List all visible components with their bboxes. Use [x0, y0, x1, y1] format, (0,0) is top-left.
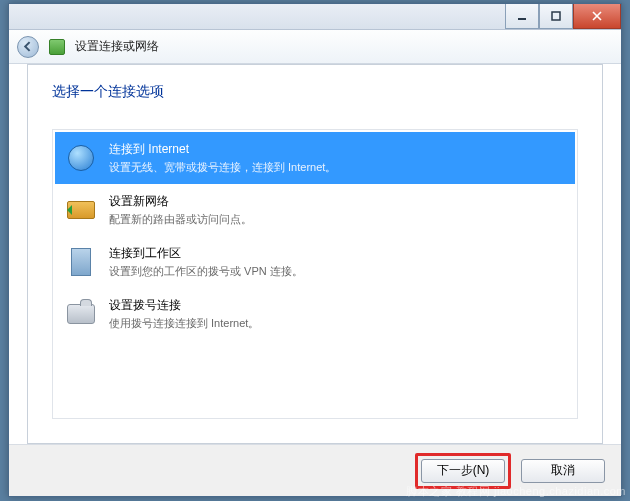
- option-connect-internet[interactable]: 连接到 Internet 设置无线、宽带或拨号连接，连接到 Internet。: [55, 132, 575, 184]
- footer-bar: 下一步(N) 取消: [9, 444, 621, 496]
- cancel-button[interactable]: 取消: [521, 459, 605, 483]
- option-desc: 使用拨号连接连接到 Internet。: [109, 316, 259, 331]
- next-button[interactable]: 下一步(N): [421, 459, 505, 483]
- maximize-icon: [551, 11, 561, 21]
- option-title: 连接到 Internet: [109, 141, 336, 158]
- option-title: 连接到工作区: [109, 245, 303, 262]
- globe-icon: [65, 142, 97, 174]
- next-button-highlight: 下一步(N): [415, 453, 511, 489]
- phone-icon: [65, 298, 97, 330]
- window-title: 设置连接或网络: [75, 38, 159, 55]
- close-icon: [592, 11, 602, 21]
- option-desc: 配置新的路由器或访问问点。: [109, 212, 252, 227]
- minimize-button[interactable]: [505, 4, 539, 29]
- option-desc: 设置无线、宽带或拨号连接，连接到 Internet。: [109, 160, 336, 175]
- wizard-window: 设置连接或网络 选择一个连接选项 连接到 Internet 设置无线、宽带或拨号…: [8, 3, 622, 497]
- header-bar: 设置连接或网络: [9, 30, 621, 64]
- minimize-icon: [517, 11, 527, 21]
- option-desc: 设置到您的工作区的拨号或 VPN 连接。: [109, 264, 303, 279]
- option-title: 设置拨号连接: [109, 297, 259, 314]
- close-button[interactable]: [573, 4, 621, 29]
- content-panel: 选择一个连接选项 连接到 Internet 设置无线、宽带或拨号连接，连接到 I…: [27, 64, 603, 444]
- back-button[interactable]: [17, 36, 39, 58]
- option-dialup[interactable]: 设置拨号连接 使用拨号连接连接到 Internet。: [55, 288, 575, 340]
- svg-rect-0: [518, 18, 526, 20]
- back-arrow-icon: [23, 41, 34, 52]
- connection-options-list: 连接到 Internet 设置无线、宽带或拨号连接，连接到 Internet。 …: [52, 129, 578, 419]
- option-setup-network[interactable]: 设置新网络 配置新的路由器或访问问点。: [55, 184, 575, 236]
- titlebar: [9, 4, 621, 30]
- page-heading: 选择一个连接选项: [52, 83, 578, 101]
- option-title: 设置新网络: [109, 193, 252, 210]
- svg-rect-1: [552, 12, 560, 20]
- router-icon: [65, 194, 97, 226]
- building-icon: [65, 246, 97, 278]
- maximize-button[interactable]: [539, 4, 573, 29]
- option-connect-workplace[interactable]: 连接到工作区 设置到您的工作区的拨号或 VPN 连接。: [55, 236, 575, 288]
- network-wizard-icon: [49, 39, 65, 55]
